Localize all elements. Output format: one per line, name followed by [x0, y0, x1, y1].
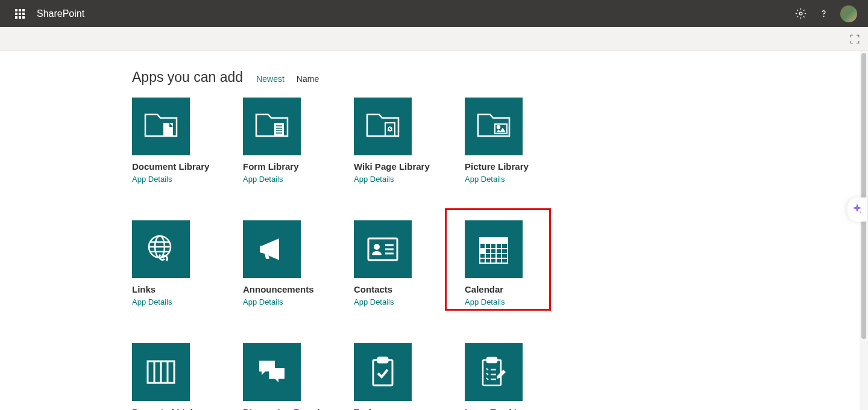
app-card-wiki-page-library: Wiki Page Library App Details — [354, 98, 465, 184]
sort-name-current: Name — [297, 74, 319, 84]
app-card-calendar: Calendar App Details — [465, 220, 576, 307]
app-icon-promoted-links[interactable] — [132, 343, 190, 401]
chat-bubbles-icon — [256, 357, 288, 387]
sub-header-bar — [0, 27, 868, 51]
app-name-label[interactable]: Tasks — [354, 407, 465, 410]
contact-card-icon — [366, 236, 400, 262]
calendar-icon — [477, 233, 510, 266]
settings-button[interactable] — [794, 8, 807, 20]
user-avatar[interactable] — [840, 5, 857, 22]
svg-rect-32 — [480, 249, 485, 253]
app-name-label[interactable]: Promoted Links — [132, 407, 243, 410]
apps-grid: Document Library App Details Form Librar… — [132, 98, 868, 410]
app-icon-wiki-page-library[interactable] — [354, 98, 412, 155]
focus-icon — [849, 34, 860, 45]
app-name-label[interactable]: Contacts — [354, 284, 465, 294]
app-name-label[interactable]: Form Library — [243, 161, 354, 172]
app-icon-announcements[interactable] — [243, 220, 301, 278]
app-icon-tasks[interactable] — [354, 343, 412, 401]
copilot-button[interactable] — [848, 197, 867, 222]
folder-wiki-icon — [365, 111, 401, 142]
app-launcher-button[interactable] — [6, 0, 33, 27]
app-name-label[interactable]: Discussion Board — [243, 407, 354, 410]
sort-options: Newest Name — [256, 74, 319, 84]
folder-document-icon — [143, 111, 179, 142]
svg-point-19 — [374, 244, 380, 250]
app-card-picture-library: Picture Library App Details — [465, 98, 576, 184]
svg-point-11 — [497, 126, 500, 128]
clipboard-edit-icon — [479, 355, 508, 389]
app-name-label[interactable]: Links — [132, 284, 243, 294]
page-title: Apps you can add — [132, 69, 243, 85]
svg-rect-37 — [373, 360, 392, 385]
app-details-link[interactable]: App Details — [243, 297, 283, 306]
app-details-link[interactable]: App Details — [132, 297, 172, 306]
app-card-discussion-board: Discussion Board App Details — [243, 343, 354, 410]
app-name-label[interactable]: Announcements — [243, 284, 354, 294]
focus-mode-button[interactable] — [849, 33, 861, 45]
app-details-link[interactable]: App Details — [354, 175, 394, 184]
megaphone-icon — [255, 232, 289, 266]
app-card-announcements: Announcements App Details — [243, 220, 354, 307]
svg-rect-40 — [487, 358, 497, 362]
app-card-tasks: Tasks App Details — [354, 343, 465, 410]
help-button[interactable] — [817, 8, 829, 20]
app-name-label[interactable]: Issue Tracking — [465, 407, 576, 410]
globe-link-icon — [144, 232, 178, 266]
app-icon-form-library[interactable] — [243, 98, 301, 155]
scrollbar-thumb[interactable] — [861, 53, 866, 339]
app-details-link[interactable]: App Details — [354, 297, 394, 306]
columns-icon — [145, 359, 177, 385]
top-header: SharePoint — [0, 0, 868, 27]
app-details-link[interactable]: App Details — [465, 297, 505, 306]
app-icon-document-library[interactable] — [132, 98, 190, 155]
svg-rect-2 — [163, 123, 173, 136]
app-card-links: Links App Details — [132, 220, 243, 307]
app-details-link[interactable]: App Details — [132, 175, 172, 184]
app-details-link[interactable]: App Details — [465, 175, 505, 184]
svg-point-44 — [860, 211, 861, 213]
app-icon-links[interactable] — [132, 220, 190, 278]
app-details-link[interactable]: App Details — [243, 175, 283, 184]
question-icon — [818, 8, 829, 19]
folder-picture-icon — [476, 111, 512, 142]
app-name-label[interactable]: Document Library — [132, 161, 243, 172]
app-name-label[interactable]: Picture Library — [465, 161, 576, 172]
sort-newest-link[interactable]: Newest — [256, 74, 285, 84]
clipboard-check-icon — [370, 355, 396, 389]
app-card-document-library: Document Library App Details — [132, 98, 243, 184]
app-icon-discussion-board[interactable] — [243, 343, 301, 401]
svg-rect-17 — [260, 246, 263, 253]
svg-point-0 — [799, 12, 802, 15]
app-card-issue-tracking: Issue Tracking App Details — [465, 343, 576, 410]
app-name-label[interactable]: Wiki Page Library — [354, 161, 465, 172]
app-card-contacts: Contacts App Details — [354, 220, 465, 307]
waffle-icon — [15, 9, 25, 19]
app-icon-picture-library[interactable] — [465, 98, 523, 155]
svg-rect-24 — [480, 238, 508, 244]
sparkle-icon — [852, 204, 863, 215]
app-card-form-library: Form Library App Details — [243, 98, 354, 184]
app-name-label[interactable]: Calendar — [465, 284, 576, 294]
app-icon-calendar[interactable] — [465, 220, 523, 278]
svg-rect-38 — [378, 358, 388, 362]
header-actions — [794, 5, 862, 22]
svg-rect-8 — [385, 123, 395, 136]
folder-form-icon — [254, 111, 290, 142]
app-icon-issue-tracking[interactable] — [465, 343, 523, 401]
app-icon-contacts[interactable] — [354, 220, 412, 278]
app-card-promoted-links: Promoted Links App Details — [132, 343, 243, 410]
page-title-row: Apps you can add Newest Name — [132, 69, 868, 85]
svg-rect-39 — [483, 360, 501, 385]
app-brand-name: SharePoint — [37, 8, 84, 19]
svg-point-1 — [823, 16, 824, 17]
main-content: Apps you can add Newest Name Document Li… — [0, 51, 868, 410]
svg-rect-3 — [274, 123, 284, 136]
gear-icon — [795, 8, 807, 19]
